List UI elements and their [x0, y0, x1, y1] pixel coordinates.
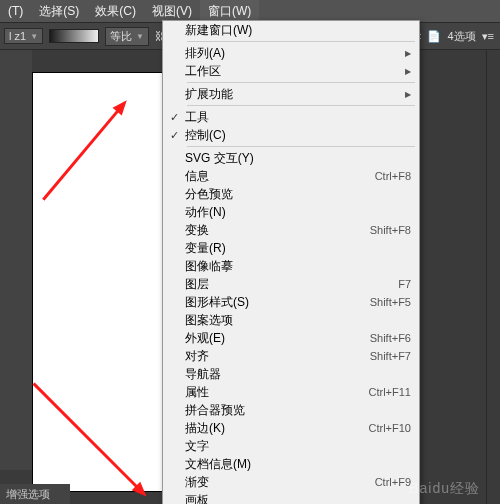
bottom-panel-tab[interactable]: 增强选项 — [0, 484, 70, 504]
menu-graphic-styles[interactable]: 图形样式(S)Shift+F5 — [163, 293, 419, 311]
chevron-down-icon: ▼ — [30, 32, 38, 41]
menu-t[interactable]: (T) — [0, 0, 31, 22]
tools-panel — [0, 50, 32, 470]
menu-workspace[interactable]: 工作区 ▶ — [163, 62, 419, 80]
submenu-arrow-icon: ▶ — [405, 49, 411, 58]
gradient-swatch[interactable] — [49, 29, 99, 43]
menu-doc-info[interactable]: 文档信息(M) — [163, 455, 419, 473]
check-icon: ✓ — [163, 129, 185, 142]
menu-new-window[interactable]: 新建窗口(W) — [163, 21, 419, 39]
bottom-panel-label: 增强选项 — [6, 487, 50, 502]
submenu-arrow-icon: ▶ — [405, 90, 411, 99]
menu-info[interactable]: 信息Ctrl+F8 — [163, 167, 419, 185]
menu-select[interactable]: 选择(S) — [31, 0, 87, 22]
check-icon: ✓ — [163, 111, 185, 124]
menubar: (T) 选择(S) 效果(C) 视图(V) 窗口(W) — [0, 0, 500, 22]
scale-select[interactable]: 等比 ▼ — [105, 27, 149, 46]
menu-svg-interactivity[interactable]: SVG 交互(Y) — [163, 149, 419, 167]
menu-transform[interactable]: 变换Shift+F8 — [163, 221, 419, 239]
menu-type[interactable]: 文字 — [163, 437, 419, 455]
menu-navigator[interactable]: 导航器 — [163, 365, 419, 383]
chevron-down-icon: ▼ — [136, 32, 144, 41]
right-label: 4选项 — [447, 29, 475, 44]
menu-pattern-options[interactable]: 图案选项 — [163, 311, 419, 329]
menu-separator — [187, 146, 415, 147]
menu-separator — [187, 41, 415, 42]
panel-menu-icon[interactable]: ▾≡ — [482, 30, 494, 43]
menu-variables[interactable]: 变量(R) — [163, 239, 419, 257]
menu-appearance[interactable]: 外观(E)Shift+F6 — [163, 329, 419, 347]
menu-attributes[interactable]: 属性Ctrl+F11 — [163, 383, 419, 401]
mode-label: l z1 — [9, 30, 26, 42]
menu-control[interactable]: ✓ 控制(C) — [163, 126, 419, 144]
menu-effect[interactable]: 效果(C) — [87, 0, 144, 22]
menu-align[interactable]: 对齐Shift+F7 — [163, 347, 419, 365]
menu-extensions[interactable]: 扩展功能 ▶ — [163, 85, 419, 103]
doc-setup-icon[interactable]: 📄 — [427, 30, 441, 43]
window-menu-dropdown: 新建窗口(W) 排列(A) ▶ 工作区 ▶ 扩展功能 ▶ ✓ 工具 ✓ 控制(C… — [162, 20, 420, 504]
submenu-arrow-icon: ▶ — [405, 67, 411, 76]
menu-window[interactable]: 窗口(W) — [200, 0, 259, 22]
menu-image-trace[interactable]: 图像临摹 — [163, 257, 419, 275]
menu-stroke[interactable]: 描边(K)Ctrl+F10 — [163, 419, 419, 437]
menu-actions[interactable]: 动作(N) — [163, 203, 419, 221]
menu-gradient[interactable]: 渐变Ctrl+F9 — [163, 473, 419, 491]
mode-select[interactable]: l z1 ▼ — [4, 28, 43, 44]
watermark: Baidu经验 — [409, 480, 480, 498]
menu-tools[interactable]: ✓ 工具 — [163, 108, 419, 126]
menu-flatten-preview[interactable]: 拼合器预览 — [163, 401, 419, 419]
menu-artboards[interactable]: 画板 — [163, 491, 419, 504]
menu-separations[interactable]: 分色预览 — [163, 185, 419, 203]
menu-separator — [187, 105, 415, 106]
menu-view[interactable]: 视图(V) — [144, 0, 200, 22]
right-panel-strip — [486, 50, 500, 504]
menu-arrange[interactable]: 排列(A) ▶ — [163, 44, 419, 62]
scale-label: 等比 — [110, 29, 132, 44]
menu-separator — [187, 82, 415, 83]
menu-layers[interactable]: 图层F7 — [163, 275, 419, 293]
